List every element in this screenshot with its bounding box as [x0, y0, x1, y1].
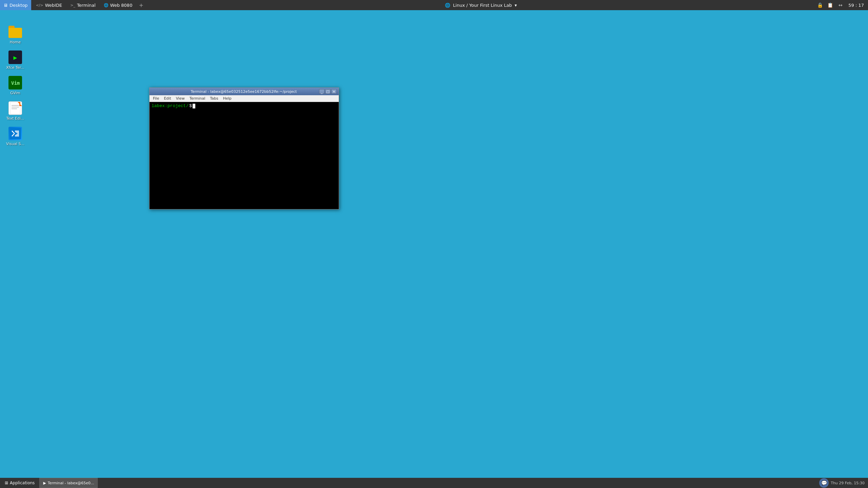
terminal-menu-file[interactable]: File: [151, 96, 161, 102]
breadcrumb-chevron: ▾: [515, 3, 517, 8]
taskbar-bottom-right: 💬 Thu 29 Feb, 15:30: [819, 478, 868, 488]
applications-button[interactable]: ⊞ Applications: [1, 478, 38, 488]
terminal-menu-tabs[interactable]: Tabs: [208, 96, 220, 102]
terminal-menu-view[interactable]: View: [174, 96, 187, 102]
vscode-icon: [8, 127, 22, 140]
terminal-window: Terminal - labex@65e032512e5ee1672bb52lf…: [149, 87, 339, 209]
top-tabs: 🖥 Desktop </> WebIDE >_ Terminal 🌐 Web 8…: [0, 0, 145, 10]
terminal-menu-help[interactable]: Help: [221, 96, 234, 102]
terminal-menubar: File Edit View Terminal Tabs Help: [150, 95, 339, 102]
desktop-icons: Home ▶ Xfce Ter... Vim GVim: [3, 24, 27, 147]
desktop-icon-vscode[interactable]: Visual S...: [3, 125, 27, 147]
terminal-menu-edit[interactable]: Edit: [162, 96, 173, 102]
resize-icon[interactable]: ↔: [837, 1, 844, 9]
desktop-icon-terminal[interactable]: ▶ Xfce Ter...: [3, 49, 27, 71]
datetime-display: Thu 29 Feb, 15:30: [831, 481, 865, 485]
svg-rect-7: [9, 128, 21, 139]
taskbar-window-label: Terminal - labex@65e0...: [48, 481, 94, 485]
tab-web8080-label: Web 8080: [110, 3, 133, 8]
terminal-body[interactable]: labex:project/ $: [150, 102, 339, 209]
tab-web8080[interactable]: 🌐 Web 8080: [100, 0, 136, 10]
web8080-icon: 🌐: [104, 3, 108, 7]
add-tab-button[interactable]: +: [137, 1, 145, 9]
globe-icon: 🌐: [445, 3, 450, 8]
terminal-close-btn[interactable]: ✕: [331, 89, 337, 94]
vscode-label: Visual S...: [6, 142, 24, 146]
time-display: 59 : 17: [847, 3, 864, 8]
desktop-area: Home ▶ Xfce Ter... Vim GVim: [0, 10, 868, 478]
breadcrumb: Linux / Your First Linux Lab: [453, 3, 512, 8]
applications-icon: ⊞: [5, 481, 8, 485]
applications-label: Applications: [10, 481, 35, 485]
svg-rect-2: [10, 102, 20, 114]
taskbar-bottom: ⊞ Applications ▶ Terminal - labex@65e0..…: [0, 478, 868, 488]
top-right-controls: 🔒 📋 ↔ 59 : 17: [816, 1, 868, 9]
tab-desktop[interactable]: 🖥 Desktop: [0, 0, 31, 10]
terminal-title: Terminal - labex@65e032512e5ee1672bb52lf…: [169, 89, 319, 94]
xfce-terminal-icon: ▶: [8, 50, 22, 64]
clipboard-icon[interactable]: 📋: [827, 1, 834, 9]
top-center-info: 🌐 Linux / Your First Linux Lab ▾: [445, 3, 517, 8]
taskbar-bottom-left: ⊞ Applications ▶ Terminal - labex@65e0..…: [0, 478, 98, 488]
taskbar-terminal-window-btn[interactable]: ▶ Terminal - labex@65e0...: [39, 478, 98, 488]
desktop-icon: 🖥: [3, 3, 8, 8]
lock-icon[interactable]: 🔒: [816, 1, 824, 9]
home-folder-icon: [8, 25, 22, 39]
terminal-cursor: [193, 104, 195, 108]
svg-text:Vim: Vim: [11, 80, 20, 86]
terminal-window-buttons: _ □ ✕: [319, 89, 337, 94]
terminal-menu-terminal[interactable]: Terminal: [188, 96, 208, 102]
prompt-dollar: $: [189, 103, 192, 108]
tab-webide-label: WebIDE: [45, 3, 62, 8]
xfce-terminal-label: Xfce Ter...: [6, 65, 24, 70]
terminal-prompt-line: labex:project/ $: [152, 103, 337, 108]
terminal-titlebar[interactable]: Terminal - labex@65e032512e5ee1672bb52lf…: [150, 88, 339, 95]
desktop-icon-texteditor[interactable]: Text Edi...: [3, 100, 27, 122]
prompt-user-path: labex:project/: [152, 103, 189, 108]
tab-terminal[interactable]: >_ Terminal: [67, 0, 99, 10]
home-icon-label: Home: [10, 40, 21, 44]
terminal-tab-icon: >_: [70, 3, 75, 7]
terminal-minimize-btn[interactable]: _: [319, 89, 324, 94]
text-editor-icon: [8, 101, 22, 115]
text-editor-label: Text Edi...: [6, 116, 24, 121]
taskbar-top: 🖥 Desktop </> WebIDE >_ Terminal 🌐 Web 8…: [0, 0, 868, 10]
terminal-maximize-btn[interactable]: □: [325, 89, 331, 94]
tab-webide[interactable]: </> WebIDE: [33, 0, 66, 10]
webide-icon: </>: [36, 3, 43, 7]
chat-icon-button[interactable]: 💬: [819, 478, 829, 488]
gvim-icon: Vim: [8, 76, 22, 89]
terminal-taskbar-icon: ▶: [43, 481, 46, 485]
gvim-label: GVim: [10, 91, 20, 95]
tab-desktop-label: Desktop: [9, 3, 28, 8]
tab-terminal-label: Terminal: [77, 3, 96, 8]
desktop-icon-gvim[interactable]: Vim GVim: [3, 75, 27, 97]
desktop-icon-home[interactable]: Home: [3, 24, 27, 46]
